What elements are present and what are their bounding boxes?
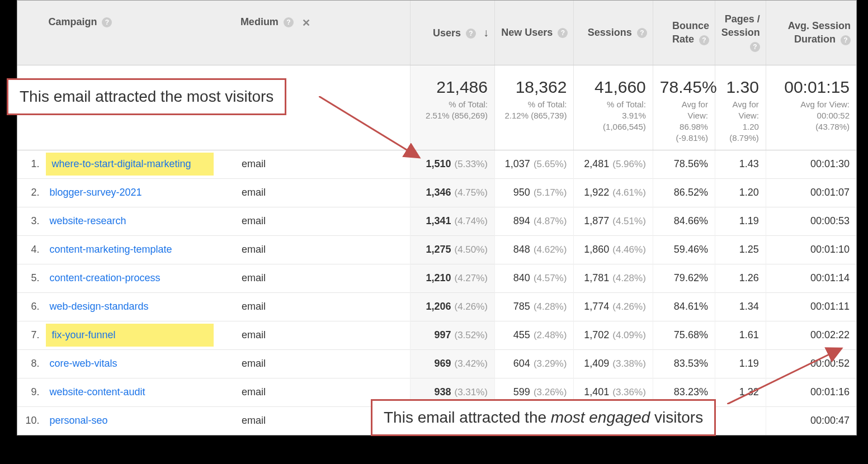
row-number: 9. [17,378,43,406]
header-row: Campaign ? Medium ? ✕ Users ? ↓ New User… [17,1,856,65]
cell-campaign: personal-seo [43,406,234,435]
cell-users: 969(3.42%) [410,349,495,378]
row-number: 5. [17,264,43,292]
cell-sessions: 1,877(4.51%) [574,207,653,235]
cell-medium: email [235,178,410,207]
col-medium-label: Medium [240,16,279,27]
cell-pages: 1.25 [715,235,766,264]
cell-bounce: 86.52% [653,178,715,207]
col-new-users-label: New Users [501,27,553,38]
campaign-link[interactable]: blogger-survey-2021 [49,187,141,198]
campaign-link[interactable]: content-creation-process [49,272,160,283]
cell-medium: email [235,264,410,292]
cell-sessions: 1,781(4.28%) [574,264,653,292]
help-icon[interactable]: ? [466,29,476,39]
cell-users: 1,210(4.27%) [410,264,495,292]
row-number: 8. [17,349,43,378]
cell-duration: 00:00:47 [766,406,856,435]
campaign-link[interactable]: where-to-start-digital-marketing [51,158,191,169]
help-icon[interactable]: ? [284,17,294,27]
svg-line-1 [727,348,842,404]
help-icon[interactable]: ? [102,17,112,27]
campaign-link[interactable]: content-marketing-template [49,244,172,255]
cell-bounce: 75.68% [653,321,715,349]
table-row: 4.content-marketing-templateemail1,275(4… [17,235,856,264]
cell-campaign: content-marketing-template [43,235,234,264]
col-number [17,1,43,65]
cell-medium: email [235,292,410,321]
help-icon[interactable]: ? [637,28,647,38]
cell-campaign: website-research [43,207,234,235]
callout-most-engaged: This email attracted the most engaged vi… [371,399,716,436]
cell-campaign: core-web-vitals [43,349,234,378]
campaign-link[interactable]: fix-your-funnel [51,329,115,340]
campaign-link[interactable]: core-web-vitals [49,358,117,369]
cell-sessions: 1,922(4.61%) [574,178,653,207]
callout-text-em: most engaged [551,409,650,426]
cell-medium: email [235,207,410,235]
table-row: 2.blogger-survey-2021email1,346(4.75%)95… [17,178,856,207]
col-duration[interactable]: Avg. Session Duration ? [766,1,856,65]
arrow-icon [727,344,856,404]
col-campaign-label: Campaign [48,16,97,27]
help-icon[interactable]: ? [750,42,760,52]
cell-users: 1,346(4.75%) [410,178,495,207]
cell-duration: 00:01:30 [766,150,856,178]
cell-new-users: 894(4.87%) [495,207,574,235]
row-number: 6. [17,292,43,321]
help-icon[interactable]: ? [841,35,851,45]
cell-pages: 1.26 [715,264,766,292]
callout-text-post: visitors [650,409,703,426]
col-sessions[interactable]: Sessions ? [574,1,653,65]
cell-bounce: 78.56% [653,150,715,178]
col-users[interactable]: Users ? ↓ [410,1,495,65]
summary-bounce: 78.45% Avg for View:86.98%(-9.81%) [653,65,715,150]
row-number: 2. [17,178,43,207]
summary-new-users: 18,362 % of Total:2.12% (865,739) [495,65,574,150]
cell-pages: 1.43 [715,150,766,178]
col-new-users[interactable]: New Users ? [495,1,574,65]
cell-campaign: where-to-start-digital-marketing [43,150,234,178]
close-icon[interactable]: ✕ [301,17,312,28]
cell-duration: 00:01:14 [766,264,856,292]
table-row: 3.website-researchemail1,341(4.74%)894(4… [17,207,856,235]
cell-bounce: 84.61% [653,292,715,321]
summary-pages: 1.30 Avg for View:1.20(8.79%) [715,65,766,150]
col-bounce[interactable]: Bounce Rate ? [653,1,715,65]
cell-campaign: fix-your-funnel [43,321,234,349]
summary-sessions: 41,660 % of Total:3.91%(1,066,545) [574,65,653,150]
help-icon[interactable]: ? [558,28,568,38]
table-row: 6.web-design-standardsemail1,206(4.26%)7… [17,292,856,321]
campaign-link[interactable]: personal-seo [49,415,107,426]
col-sessions-label: Sessions [588,27,632,38]
campaign-link[interactable]: web-design-standards [49,301,148,312]
cell-users: 997(3.52%) [410,321,495,349]
arrow-icon [319,96,436,169]
row-number: 1. [17,150,43,178]
cell-campaign: content-creation-process [43,264,234,292]
cell-bounce: 59.46% [653,235,715,264]
row-number: 7. [17,321,43,349]
col-medium[interactable]: Medium ? ✕ [235,1,410,65]
cell-new-users: 848(4.62%) [495,235,574,264]
cell-sessions: 1,774(4.26%) [574,292,653,321]
col-pages[interactable]: Pages / Session ? [715,1,766,65]
help-icon[interactable]: ? [699,35,709,45]
col-pages-label: Pages / Session [721,13,760,38]
cell-duration: 00:01:07 [766,178,856,207]
cell-pages: 1.20 [715,178,766,207]
cell-bounce: 83.53% [653,349,715,378]
cell-new-users: 840(4.57%) [495,264,574,292]
sort-desc-icon[interactable]: ↓ [483,26,489,39]
cell-campaign: web-design-standards [43,292,234,321]
cell-pages: 1.34 [715,292,766,321]
cell-duration: 00:01:10 [766,235,856,264]
campaign-link[interactable]: website-research [49,215,126,226]
row-number: 4. [17,235,43,264]
cell-duration: 00:01:11 [766,292,856,321]
cell-new-users: 1,037(5.65%) [495,150,574,178]
table-row: 5.content-creation-processemail1,210(4.2… [17,264,856,292]
col-campaign[interactable]: Campaign ? [43,1,234,65]
campaign-link[interactable]: website-content-audit [49,386,145,397]
summary-duration: 00:01:15 Avg for View:00:00:52(43.78%) [766,65,856,150]
